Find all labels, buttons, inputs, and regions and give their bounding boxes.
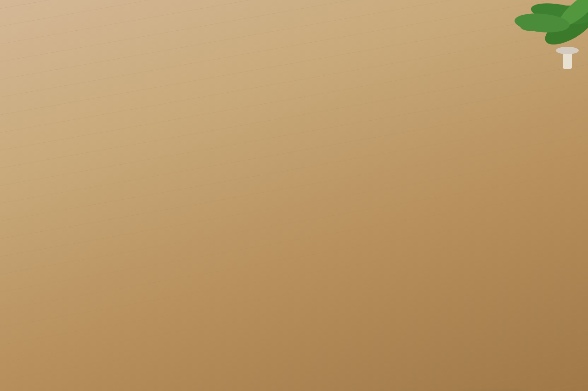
svg-point-6	[556, 47, 579, 54]
plant-decoration	[459, 0, 588, 92]
